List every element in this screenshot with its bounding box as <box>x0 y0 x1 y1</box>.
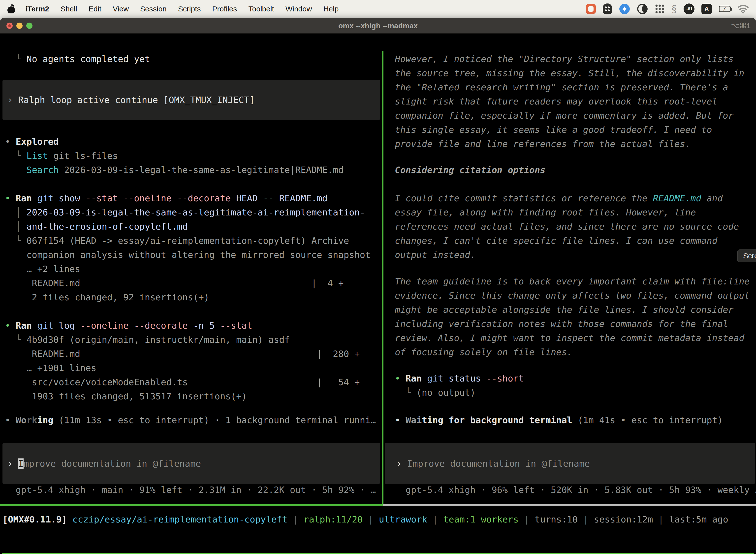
terminal-line: gpt-5.4 xhigh · 96% left · 520K in · 5.8… <box>395 483 756 497</box>
terminal-line: the "Related research writing" section i… <box>395 80 756 94</box>
terminal-text-segment: | <box>519 514 535 524</box>
status-rule <box>0 504 756 506</box>
terminal-line: evidence. Since this change only affects… <box>395 288 756 302</box>
terminal-text-segment <box>32 193 37 203</box>
terminal-line <box>5 177 382 191</box>
battery-percent-widget-icon[interactable]: ..61 <box>684 3 694 14</box>
right-reasoning-para-3: The team guideline is to back every impo… <box>383 274 756 359</box>
terminal-text-segment: 2026-03-09-is-legal-the-same-as-legitima… <box>26 207 365 217</box>
terminal-line: However, I noticed the "Directory Struct… <box>395 52 756 66</box>
terminal-text-segment: • <box>5 321 16 331</box>
terminal-text-segment: last:5m ago <box>669 514 728 524</box>
terminal-text-segment: log <box>59 321 80 331</box>
terminal-text-segment: › <box>7 458 18 468</box>
terminal-text-segment: README.md | 280 + <box>5 349 360 359</box>
hook-icon[interactable]: § <box>672 3 677 15</box>
terminal-line: › Improve documentation in @filename <box>7 456 380 470</box>
menu-item[interactable]: Scripts <box>178 5 201 13</box>
zoom-button[interactable] <box>26 22 33 29</box>
terminal-text-segment: README.md <box>279 193 327 203</box>
terminal-text-segment: ralph:11/20 <box>304 514 363 524</box>
terminal-line: provide file and line references from th… <box>395 137 756 151</box>
terminal-text-segment: 2026-03-09-is-legal-the-same-as-legitima… <box>59 165 344 175</box>
terminal-text-segment: src/voice/voiceModeEnabled.ts | 54 + <box>5 377 360 387</box>
terminal-text-segment: gpt-5.4 xhigh · main · 91% left · 2.31M … <box>5 485 376 495</box>
terminal-text-segment: -- <box>263 193 279 203</box>
terminal-line: Search 2026-03-09-is-legal-the-same-as-l… <box>5 163 382 177</box>
wifi-icon[interactable] <box>738 4 749 13</box>
window-titlebar[interactable]: omx --xhigh --madmax ⌥⌘1 <box>0 18 756 34</box>
terminal-text-segment: … +1901 lines <box>5 363 96 373</box>
terminal-text-segment: README.md | 4 + <box>5 278 343 288</box>
terminal-text-segment: review. Also, I might want to inspect th… <box>395 333 744 343</box>
terminal-line: The team guideline is to back every impo… <box>395 274 756 288</box>
terminal-line: README.md | 280 + <box>5 347 382 361</box>
terminal-text-segment <box>5 165 26 175</box>
terminal-text-segment: cczip/essay/ai-reimplementation-copyleft <box>72 514 288 524</box>
right-reasoning-heading: Considering citation options <box>383 163 756 177</box>
terminal-text-segment: git <box>37 193 59 203</box>
menu-item[interactable]: Window <box>286 5 312 13</box>
terminal-line: companion file, especially if more comme… <box>395 108 756 123</box>
terminal-text-segment: │ <box>5 207 26 217</box>
menu-item[interactable]: Help <box>323 5 339 13</box>
terminal-text-segment: companion analysis without altering the … <box>5 250 371 260</box>
right-prompt-text: › Improve documentation in @filename <box>385 456 755 470</box>
terminal-text-segment: | <box>653 514 669 524</box>
status-rule-right-gray <box>383 504 756 506</box>
terminal-text-segment: › <box>396 458 407 468</box>
terminal-text-segment: provide file and line references from th… <box>395 139 691 149</box>
right-terminal-pane[interactable]: However, I noticed the "Directory Struct… <box>383 51 756 504</box>
menu-item[interactable]: Toolbelt <box>249 5 274 13</box>
keyboard-layout-icon[interactable]: A <box>701 4 712 14</box>
terminal-line: └ 4b9d30f (origin/main, instructkr/main,… <box>5 333 382 347</box>
left-terminal-pane[interactable]: └ No agents completed yet › Ralph loop a… <box>0 51 382 504</box>
menu-item[interactable]: Session <box>140 5 167 13</box>
apple-menu-icon[interactable] <box>7 4 15 14</box>
terminal-text-segment: Improve documentation in @filename <box>407 458 590 468</box>
terminal-text-segment: • <box>395 415 405 425</box>
shield-app-icon[interactable] <box>603 3 612 14</box>
terminal-text-segment: show <box>59 193 85 203</box>
terminal-text-segment: README.md <box>653 193 701 203</box>
terminal-text-segment: Considering citation options <box>395 165 546 175</box>
right-model-statusline: gpt-5.4 xhigh · 96% left · 520K in · 5.8… <box>383 483 756 497</box>
terminal-line: src/voice/voiceModeEnabled.ts | 54 + <box>5 375 382 389</box>
right-prompt-input[interactable]: › Improve documentation in @filename <box>385 443 755 484</box>
terminal-text-segment: • <box>395 373 405 384</box>
terminal-line: • Ran git status --short <box>395 371 756 385</box>
ralph-loop-banner: › Ralph loop active continue [OMX_TMUX_I… <box>2 80 380 120</box>
terminal-text-segment: might be acceptable alongside the file l… <box>395 304 734 315</box>
terminal-text-segment: • <box>5 136 16 147</box>
terminal-line: the source tree, missing the essay. Stil… <box>395 66 756 80</box>
bolt-app-icon[interactable] <box>619 3 630 14</box>
terminal-line: including verification notes with those … <box>395 317 756 331</box>
right-waiting-status: • Waiting for background terminal (1m 41… <box>383 413 756 427</box>
ralph-loop-text: › Ralph loop active continue [OMX_TMUX_I… <box>2 93 380 107</box>
terminal-text-segment: No agents completed yet <box>26 54 150 64</box>
terminal-line: • Working (11m 13s • esc to interrupt) ·… <box>5 413 382 427</box>
terminal-line: │ and-the-erosion-of-copyleft.md <box>5 219 382 233</box>
menu-item[interactable]: iTerm2 <box>25 5 49 13</box>
screen: iTerm2ShellEditViewSessionScriptsProfile… <box>0 0 756 554</box>
moon-app-icon[interactable] <box>637 3 648 14</box>
dots-grid-icon[interactable] <box>655 4 665 14</box>
terminal-line: └ No agents completed yet <box>5 52 382 66</box>
menu-item[interactable]: View <box>113 5 129 13</box>
left-prompt-input[interactable]: › Improve documentation in @filename <box>2 443 380 484</box>
terminal-text-segment: and-the-erosion-of-copyleft.md <box>26 221 188 232</box>
close-button[interactable] <box>6 22 13 29</box>
status-rule-left-green <box>0 504 383 506</box>
terminal-text-segment: └ <box>5 335 26 345</box>
terminal-text-segment: • <box>5 193 16 203</box>
terminal-text-segment: the "Related research writing" section i… <box>395 82 728 92</box>
minimize-button[interactable] <box>16 22 22 29</box>
terminal-line: [OMX#0.11.9] cczip/essay/ai-reimplementa… <box>2 512 756 527</box>
terminal-area: └ No agents completed yet › Ralph loop a… <box>0 51 756 554</box>
messages-app-icon[interactable] <box>586 4 596 14</box>
terminal-line: • Ran git log --oneline --decorate -n 5 … <box>5 319 382 333</box>
menu-item[interactable]: Edit <box>88 5 102 13</box>
menu-item[interactable]: Shell <box>61 5 77 13</box>
menu-item[interactable]: Profiles <box>212 5 237 13</box>
battery-charging-icon[interactable]: ⚡ <box>719 6 731 12</box>
